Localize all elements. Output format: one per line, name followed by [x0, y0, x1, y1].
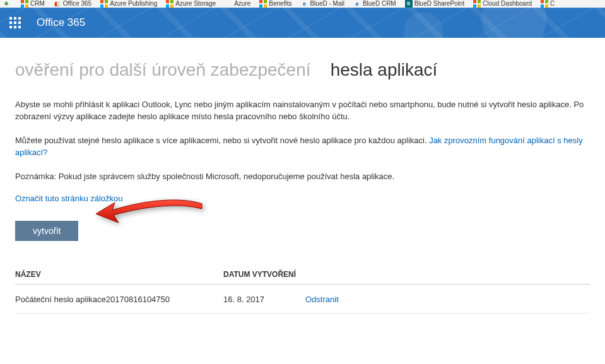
bookmark-icon: S	[405, 0, 413, 8]
svg-rect-30	[9, 26, 12, 28]
app-launcher-button[interactable]	[0, 8, 30, 38]
bookmark-label: C	[550, 1, 555, 7]
bookmark-icon: ◧	[54, 0, 61, 8]
svg-rect-26	[18, 17, 21, 20]
col-name-header: NÁZEV	[15, 264, 223, 285]
cell-name: Počáteční heslo aplikace20170816104750	[15, 285, 223, 314]
bookmark-item[interactable]: Azure Storage	[166, 0, 216, 8]
bookmark-item[interactable]: eBlueD - Mail	[300, 0, 344, 8]
col-action-header	[305, 264, 590, 285]
svg-rect-13	[264, 0, 267, 3]
bookmark-item[interactable]: ❖	[3, 0, 12, 8]
table-row: Počáteční heslo aplikace2017081610475016…	[15, 285, 590, 314]
bookmark-item[interactable]: CRM	[21, 0, 45, 8]
bookmark-icon	[21, 0, 28, 8]
svg-rect-16	[473, 0, 476, 3]
bookmark-label: CRM	[30, 1, 45, 7]
bookmark-item[interactable]: Benefits	[259, 0, 291, 8]
bookmark-icon: e	[300, 0, 308, 8]
svg-rect-17	[478, 0, 481, 3]
svg-rect-24	[9, 17, 12, 20]
bookmark-icon: e	[353, 0, 361, 8]
create-button[interactable]: vytvořit	[15, 221, 78, 241]
svg-rect-27	[9, 21, 12, 24]
svg-rect-32	[18, 26, 21, 28]
cell-action: Odstranit	[305, 285, 590, 314]
col-date-header: DATUM VYTVOŘENÍ	[223, 264, 305, 285]
cell-date: 16. 8. 2017	[223, 285, 305, 314]
bookmark-label: BlueD SharePoint	[414, 1, 465, 7]
o365-product-name: Office 365	[37, 16, 85, 29]
bookmark-label: Azure Storage	[175, 1, 216, 7]
intro-paragraph-1: Abyste se mohli přihlásit k aplikaci Out…	[15, 98, 589, 123]
bookmark-item[interactable]: ◧Office 365	[54, 0, 91, 8]
bookmark-icon	[259, 0, 267, 8]
bookmark-icon	[541, 0, 548, 8]
intro-paragraph-2-text: Můžete používat stejné heslo aplikace s …	[15, 136, 429, 145]
svg-rect-0	[21, 0, 24, 3]
bookmark-icon	[100, 0, 108, 8]
svg-rect-4	[100, 0, 103, 3]
page-content: ověření pro další úroveň zabezpečení hes…	[0, 38, 605, 314]
bookmark-item[interactable]: eBlueD CRM	[353, 0, 396, 8]
svg-rect-28	[14, 21, 16, 24]
bookmark-label: Benefits	[269, 1, 291, 7]
svg-rect-9	[170, 0, 173, 3]
bookmark-label: Cloud Dashboard	[483, 1, 532, 7]
page-title-dim: ověření pro další úroveň zabezpečení	[15, 60, 311, 79]
bookmark-icon	[473, 0, 481, 8]
table-header-row: NÁZEV DATUM VYTVOŘENÍ	[15, 264, 590, 285]
bookmark-label: Office 365	[63, 1, 91, 7]
svg-rect-8	[166, 0, 169, 3]
o365-header: Office 365	[0, 8, 605, 38]
svg-rect-29	[18, 21, 21, 24]
svg-rect-5	[105, 0, 108, 3]
app-passwords-table: NÁZEV DATUM VYTVOŘENÍ Počáteční heslo ap…	[15, 264, 590, 314]
intro-paragraph-3: Poznámka: Pokud jste správcem služby spo…	[15, 170, 589, 183]
bookmark-icon	[225, 0, 232, 8]
waffle-icon	[9, 17, 21, 28]
delete-link[interactable]: Odstranit	[305, 295, 339, 304]
bookmark-label: Azure	[234, 1, 250, 7]
intro-paragraph-2: Můžete používat stejné heslo aplikace s …	[15, 134, 589, 159]
svg-rect-21	[545, 0, 548, 3]
bookmark-item[interactable]: C	[541, 0, 555, 8]
bookmark-item[interactable]: Azure	[225, 0, 250, 8]
bookmark-page-link[interactable]: Označit tuto stránku záložkou	[15, 194, 590, 203]
page-title-active: hesla aplikací	[331, 60, 438, 79]
svg-rect-12	[259, 0, 262, 3]
bookmark-label: BlueD - Mail	[310, 1, 344, 7]
page-title: ověření pro další úroveň zabezpečení hes…	[15, 59, 590, 81]
bookmark-icon: ❖	[3, 0, 10, 8]
bookmark-label: BlueD CRM	[363, 1, 396, 7]
svg-rect-31	[14, 26, 16, 28]
svg-rect-1	[25, 0, 28, 3]
bookmark-icon	[166, 0, 173, 8]
browser-bookmarks-bar: ❖CRM◧Office 365Azure PublishingAzure Sto…	[0, 0, 605, 8]
bookmark-item[interactable]: Azure Publishing	[100, 0, 157, 8]
bookmark-label: Azure Publishing	[110, 1, 157, 7]
bookmark-item[interactable]: SBlueD SharePoint	[405, 0, 465, 8]
svg-rect-25	[14, 17, 16, 20]
svg-rect-20	[541, 0, 544, 3]
bookmark-item[interactable]: Cloud Dashboard	[473, 0, 532, 8]
